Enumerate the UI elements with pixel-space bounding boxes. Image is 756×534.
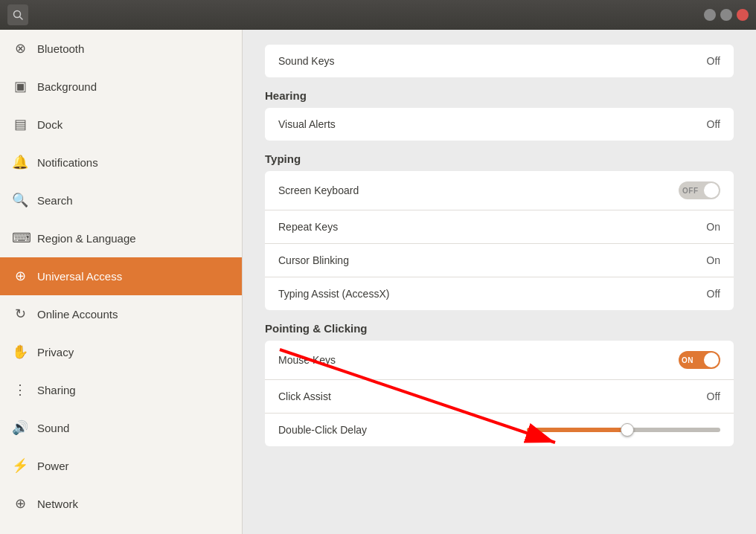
network-icon: ⊕	[12, 495, 28, 512]
search-button[interactable]	[7, 4, 28, 25]
power-icon: ⚡	[12, 457, 28, 474]
row-label: Repeat Keys	[278, 221, 338, 233]
settings-row: Click AssistOff	[265, 380, 734, 414]
row-value: On	[706, 221, 720, 233]
sidebar-item-notifications[interactable]: 🔔Notifications	[0, 144, 242, 181]
privacy-icon: ✋	[12, 344, 28, 360]
settings-card-2: Screen KeyboardOFFRepeat KeysOnCursor Bl…	[265, 171, 734, 310]
row-label: Visual Alerts	[278, 118, 336, 130]
background-icon: ▣	[12, 78, 28, 94]
sidebar-label-network: Network	[37, 498, 78, 510]
row-label: Double-Click Delay	[278, 424, 367, 436]
sidebar-item-online-accounts[interactable]: ↻Online Accounts	[0, 295, 242, 333]
sidebar-label-sharing: Sharing	[37, 384, 76, 396]
sidebar-item-power[interactable]: ⚡Power	[0, 447, 242, 485]
search-icon: 🔍	[12, 192, 28, 208]
sidebar-item-network[interactable]: ⊕Network	[0, 485, 242, 523]
settings-row: Typing Assist (AccessX)Off	[265, 277, 734, 310]
sidebar-label-online-accounts: Online Accounts	[37, 308, 118, 321]
row-value: Off	[707, 55, 720, 67]
row-value: Off	[707, 390, 720, 402]
row-label: Typing Assist (AccessX)	[278, 288, 389, 300]
section-title-2: Typing	[265, 152, 734, 165]
universal-access-icon: ⊕	[12, 268, 28, 284]
settings-row: Sound KeysOff	[265, 45, 734, 77]
settings-card-0: Sound KeysOff	[265, 45, 734, 77]
row-label: Click Assist	[278, 390, 331, 402]
section-title-1: Hearing	[265, 89, 734, 102]
row-value: Off	[707, 288, 720, 300]
window-controls	[704, 9, 749, 21]
sidebar-item-devices[interactable]: ⌨Devices›	[0, 523, 242, 534]
minimize-button[interactable]	[704, 9, 716, 21]
toggle-knob	[704, 353, 719, 367]
toggle-label: ON	[682, 356, 693, 364]
sidebar-item-region-language[interactable]: ⌨Region & Language	[0, 219, 242, 257]
settings-row: Repeat KeysOn	[265, 210, 734, 244]
settings-row[interactable]: Double-Click Delay	[265, 414, 734, 446]
sidebar-label-bluetooth: Bluetooth	[37, 42, 84, 55]
main-content: Sound KeysOffHearingVisual AlertsOffTypi…	[243, 30, 756, 534]
row-value: On	[706, 254, 720, 266]
notifications-icon: 🔔	[12, 154, 28, 170]
sidebar-item-privacy[interactable]: ✋Privacy	[0, 333, 242, 371]
settings-row: Cursor BlinkingOn	[265, 244, 734, 277]
sidebar: ⊗Bluetooth▣Background▤Dock🔔Notifications…	[0, 30, 243, 534]
sidebar-label-search: Search	[37, 194, 73, 207]
titlebar	[0, 0, 756, 30]
svg-line-1	[20, 17, 23, 20]
close-button[interactable]	[737, 9, 749, 21]
toggle-knob	[704, 183, 719, 198]
sidebar-item-sharing[interactable]: ⋮Sharing	[0, 371, 242, 409]
sidebar-label-notifications: Notifications	[37, 156, 98, 169]
sidebar-label-universal-access: Universal Access	[37, 270, 122, 283]
toggle-off[interactable]: OFF	[679, 181, 720, 199]
sidebar-label-region-language: Region & Language	[37, 232, 136, 245]
row-label: Sound Keys	[278, 55, 335, 67]
sharing-icon: ⋮	[12, 382, 28, 398]
row-label: Cursor Blinking	[278, 254, 349, 266]
row-label: Screen Keyboard	[278, 184, 359, 196]
sidebar-label-privacy: Privacy	[37, 346, 74, 358]
maximize-button[interactable]	[720, 9, 732, 21]
toggle-label: OFF	[682, 187, 699, 195]
sidebar-label-dock: Dock	[37, 118, 63, 131]
settings-card-1: Visual AlertsOff	[265, 108, 734, 141]
settings-row[interactable]: Screen KeyboardOFF	[265, 171, 734, 210]
sound-icon: 🔊	[12, 419, 28, 436]
settings-card-3: Mouse KeysONClick AssistOffDouble-Click …	[265, 341, 734, 446]
settings-row[interactable]: Mouse KeysON	[265, 341, 734, 380]
section-title-3: Pointing & Clicking	[265, 322, 734, 335]
row-value: Off	[707, 118, 720, 130]
toggle-on[interactable]: ON	[679, 351, 720, 369]
app-body: ⊗Bluetooth▣Background▤Dock🔔Notifications…	[0, 30, 756, 534]
sidebar-item-search[interactable]: 🔍Search	[0, 181, 242, 219]
sidebar-item-bluetooth[interactable]: ⊗Bluetooth	[0, 30, 242, 68]
sidebar-item-dock[interactable]: ▤Dock	[0, 106, 242, 144]
sidebar-label-background: Background	[37, 80, 97, 93]
sidebar-item-sound[interactable]: 🔊Sound	[0, 409, 242, 447]
sidebar-item-background[interactable]: ▣Background	[0, 68, 242, 106]
region-language-icon: ⌨	[12, 230, 28, 246]
slider-thumb[interactable]	[621, 423, 634, 437]
bluetooth-icon: ⊗	[12, 40, 28, 57]
row-label: Mouse Keys	[278, 354, 336, 366]
sidebar-label-sound: Sound	[37, 422, 69, 434]
settings-row: Visual AlertsOff	[265, 108, 734, 141]
sidebar-label-power: Power	[37, 460, 69, 472]
online-accounts-icon: ↻	[12, 306, 28, 322]
dock-icon: ▤	[12, 116, 28, 132]
slider-track[interactable]	[527, 428, 720, 432]
sidebar-item-universal-access[interactable]: ⊕Universal Access	[0, 257, 242, 295]
